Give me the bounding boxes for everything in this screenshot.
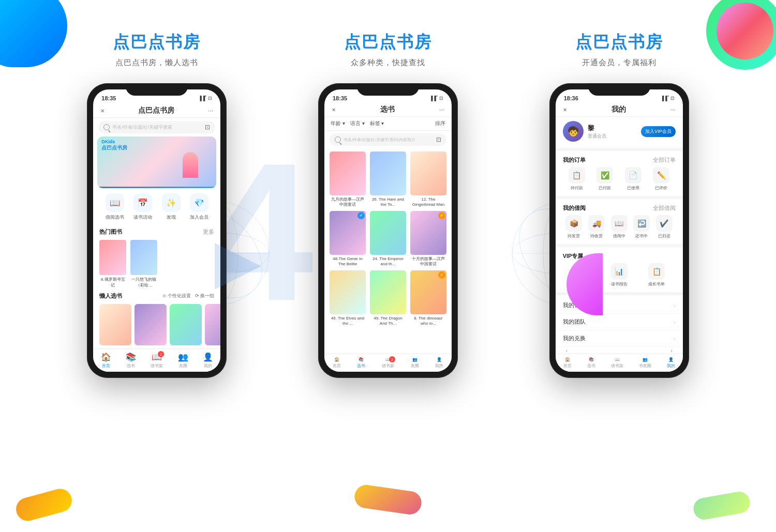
phone1-back[interactable]: ✕ bbox=[100, 108, 105, 114]
phone3-order-reviewed[interactable]: ✏️ 已评价 bbox=[653, 167, 669, 191]
phone3-borrow-receiving[interactable]: 🚚 待收货 bbox=[588, 215, 605, 239]
phone3-borrow-returned[interactable]: ✔️ 已归还 bbox=[656, 215, 673, 239]
phone1-book1-title: 8.俄罗斯寻宝记 bbox=[99, 277, 126, 288]
phone3-nav-mine[interactable]: 👤 我的 bbox=[667, 357, 675, 369]
phone3-order-used[interactable]: 📄 已使用 bbox=[625, 167, 641, 191]
phone3-vip-list[interactable]: 📋 成长书单 bbox=[648, 263, 665, 287]
phone3-nav-friends[interactable]: 👥 书友圈 bbox=[639, 357, 651, 369]
phone2-nav-shelf-label: 借书架 bbox=[382, 363, 394, 369]
phone3-borrows-title: 我的借阅 bbox=[563, 204, 586, 212]
phone3-back[interactable]: ✕ bbox=[563, 107, 567, 113]
phone3-orders-title: 我的订单 bbox=[563, 156, 586, 164]
section1-title-main: 点巴点书房 bbox=[41, 31, 273, 54]
phone1-nav-borrow[interactable]: 📖 借阅选书 bbox=[106, 193, 124, 221]
phone2-header: ✕ 选书 ··· bbox=[324, 104, 452, 117]
phone2-filter-lang[interactable]: 语言 ▾ bbox=[350, 120, 365, 127]
phone1-nav-activity[interactable]: 📅 读书活动 bbox=[133, 193, 152, 221]
phone3-orders-more[interactable]: 全部订单 bbox=[653, 156, 676, 164]
phone2-nav-shelf[interactable]: 📖 2 借书架 bbox=[382, 357, 394, 369]
phone2-book6[interactable]: ✓ 十月的故事—汉声中国童话 bbox=[410, 211, 446, 266]
phone2-book7-title: 46. The Elves and the ... bbox=[330, 316, 366, 326]
phone3-nav-select[interactable]: 📚 选书 bbox=[587, 357, 595, 369]
phone1-wrapper: 18:35 ▐▐ ᪳ ⊡ ✕ 点巴点书房 ··· bbox=[87, 83, 227, 378]
phone3-more[interactable]: ··· bbox=[670, 106, 676, 113]
phone2-filter-sort[interactable]: 排序 bbox=[435, 120, 445, 127]
phone2-filter-age[interactable]: 年龄 ▾ bbox=[331, 120, 345, 127]
phone2-search-bar[interactable]: 书名/作者/出版社/关键字/系列/内容简介 ⊡ bbox=[330, 133, 446, 146]
phone2-book9-badge: ✓ bbox=[438, 271, 445, 279]
phone1-hot-section: 热门图书 更多 bbox=[93, 226, 220, 238]
phone1-personalize[interactable]: ⊙ 个性化设置 bbox=[162, 293, 191, 299]
phone3-borrows-more[interactable]: 全部借阅 bbox=[653, 204, 676, 212]
phone3-nav-shelf[interactable]: 📖 借书架 bbox=[611, 357, 623, 369]
phone3-borrow-shipping[interactable]: 📦 待发货 bbox=[565, 215, 582, 239]
phone3-borrows-icons: 📦 待发货 🚚 待收货 📖 借阅中 bbox=[563, 215, 676, 239]
phone2-nav-select[interactable]: 📚 选书 bbox=[357, 357, 365, 369]
phone1-status-icons: ▐▐ ᪳ ⊡ bbox=[199, 96, 213, 101]
phone2-book1-title: 九月的故事—汉声中国童话 bbox=[330, 197, 366, 207]
phone3-orders-header: 我的订单 全部订单 bbox=[563, 156, 676, 164]
phone3-borrow-reading[interactable]: 📖 借阅中 bbox=[611, 215, 628, 239]
phone3-divider1 bbox=[556, 148, 683, 151]
phone1-nav-mine[interactable]: 👤 我的 bbox=[203, 352, 213, 369]
phone3-team[interactable]: 我的团队 › bbox=[556, 314, 683, 330]
phone2-book2-title: 26. The Hare and the To... bbox=[370, 197, 406, 207]
phone2-book8[interactable]: 49. The Dragon And Th... bbox=[370, 270, 406, 326]
phone3-vip-report[interactable]: 📊 读书报告 bbox=[611, 263, 628, 287]
phone1-book2[interactable]: 一只想飞的猫（彩绘... bbox=[130, 240, 157, 288]
phone1-book2-cover bbox=[130, 240, 157, 275]
phone2-nav-select-label: 选书 bbox=[357, 363, 365, 369]
phone2-book3[interactable]: 12. The Gingerbread Man bbox=[410, 151, 446, 207]
phone2-more[interactable]: ··· bbox=[439, 106, 444, 113]
phone1-book1[interactable]: 8.俄罗斯寻宝记 bbox=[99, 240, 126, 288]
phone1-more[interactable]: ··· bbox=[208, 107, 213, 114]
phone1-search-text: 书名/作者/出版社/关键字搜索 bbox=[112, 124, 172, 131]
phone3-vip-btn[interactable]: 加入VIP会员 bbox=[641, 126, 676, 137]
phone1-search-bar[interactable]: 书名/作者/出版社/关键字搜索 ⊡ bbox=[98, 121, 215, 133]
phone3-nav-home[interactable]: 🏠 首页 bbox=[563, 357, 572, 369]
phone3-borrows-header: 我的借阅 全部借阅 bbox=[563, 204, 676, 212]
phone2-book1[interactable]: 九月的故事—汉声中国童话 bbox=[330, 151, 366, 207]
phone1-nav-vip[interactable]: 💎 加入会员 bbox=[190, 193, 208, 221]
phone2-book2[interactable]: 26. The Hare and the To... bbox=[370, 151, 406, 207]
phone3-user-info: 黎 普通会员 bbox=[588, 124, 641, 140]
phone1-nav-select[interactable]: 📚 选书 bbox=[126, 352, 136, 369]
phone1-header: ✕ 点巴点书房 ··· bbox=[93, 104, 220, 118]
phone1-screen: 18:35 ▐▐ ᪳ ⊡ ✕ 点巴点书房 ··· bbox=[93, 89, 220, 372]
phone2-nav-home[interactable]: 🏠 首页 bbox=[333, 357, 341, 369]
phone2-nav-friends[interactable]: 👥 友圈 bbox=[411, 357, 419, 369]
phone3-divider3 bbox=[556, 244, 683, 247]
arrow-left-deco bbox=[215, 243, 261, 290]
phone2-back[interactable]: ✕ bbox=[332, 107, 336, 113]
phone3: 18:36 ▐▐ ᪳ ⊡ ✕ 我的 ··· bbox=[549, 83, 689, 378]
phone1-lazy-book1[interactable] bbox=[99, 304, 131, 345]
phone2-filter-tag[interactable]: 标签 ▾ bbox=[370, 120, 384, 127]
phone1-nav-discover[interactable]: ✨ 发现 bbox=[162, 193, 181, 221]
phone2-book4-badge: ✓ bbox=[357, 212, 365, 219]
phone3-order-pending[interactable]: 📋 待付款 bbox=[569, 167, 585, 191]
phone3-screen: 18:36 ▐▐ ᪳ ⊡ ✕ 我的 ··· bbox=[556, 89, 683, 372]
phone1-hot-more[interactable]: 更多 bbox=[203, 228, 214, 236]
phone2-book4[interactable]: ✓ 48.The Genie In The Bottle bbox=[330, 211, 366, 266]
phone1-lazy-book2[interactable] bbox=[135, 304, 167, 345]
phone1-lazy-book4[interactable] bbox=[205, 304, 220, 345]
phone3-exchange[interactable]: 我的兑换 › bbox=[556, 330, 683, 347]
phone3-order-paid[interactable]: ✅ 已付款 bbox=[596, 167, 613, 191]
phone1-nav-friends[interactable]: 👥 友圈 bbox=[178, 352, 188, 369]
phone2-book7[interactable]: 46. The Elves and the ... bbox=[330, 270, 366, 326]
phone1-lazy-book3[interactable] bbox=[170, 304, 202, 345]
phone2-bottom-nav: 🏠 首页 📚 选书 📖 2 借书架 👥 bbox=[324, 354, 452, 372]
phone1-nav-home[interactable]: 🏠 首页 bbox=[101, 352, 111, 369]
phone3-borrow-returning[interactable]: ↩️ 还书中 bbox=[633, 215, 650, 239]
phone3-borrows-section: 我的借阅 全部借阅 📦 待发货 🚚 待收货 bbox=[556, 201, 683, 242]
phone1-lazy-actions: ⊙ 个性化设置 ⟳ 换一组 bbox=[162, 293, 214, 299]
phone2-notch bbox=[357, 83, 419, 96]
phone2-scan-icon[interactable]: ⊡ bbox=[436, 136, 441, 143]
phone2-nav-mine[interactable]: 👤 我的 bbox=[435, 357, 443, 369]
phone2-book9[interactable]: ✓ 8. The dinosaur who lo... bbox=[410, 270, 446, 326]
phone1-nav-shelf[interactable]: 📖 2 借书架 bbox=[151, 352, 163, 369]
phone1-scan-icon[interactable]: ⊡ bbox=[205, 124, 210, 131]
section2-title-main: 点巴点书房 bbox=[273, 31, 504, 54]
phone2-book5[interactable]: 24. The Emperor and th... bbox=[370, 211, 406, 266]
phone1-change-group[interactable]: ⟳ 换一组 bbox=[195, 293, 215, 299]
